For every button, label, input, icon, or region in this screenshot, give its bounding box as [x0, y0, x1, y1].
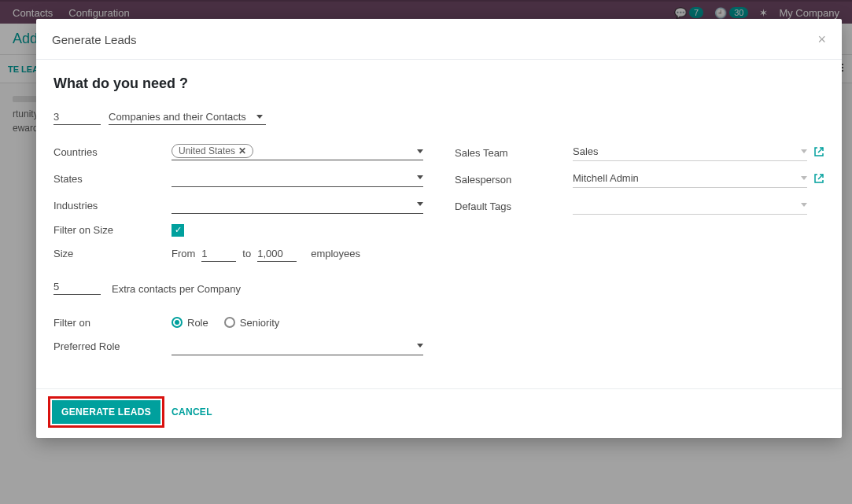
filter-on-seniority-radio[interactable]: Seniority: [224, 317, 280, 329]
modal-body: What do you need ? Companies and their C…: [36, 60, 842, 388]
size-to-input[interactable]: [257, 246, 297, 262]
label-sales-team: Sales Team: [455, 147, 573, 159]
label-states: States: [53, 173, 172, 185]
radio-seniority-label: Seniority: [240, 317, 280, 329]
close-icon[interactable]: ×: [817, 31, 826, 48]
chevron-down-icon: [256, 115, 263, 119]
filter-on-role-radio[interactable]: Role: [172, 317, 208, 329]
country-tag-us[interactable]: United States ✕: [172, 144, 253, 158]
modal-footer: GENERATE LEADS CANCEL: [36, 388, 842, 438]
label-from: From: [172, 248, 195, 259]
external-link-icon[interactable]: [813, 146, 824, 160]
radio-checked-icon: [172, 317, 183, 328]
chevron-down-icon: [801, 176, 807, 180]
chevron-down-icon: [801, 203, 807, 207]
label-preferred-role: Preferred Role: [53, 340, 172, 352]
generate-leads-button[interactable]: GENERATE LEADS: [52, 400, 160, 424]
label-salesperson: Salesperson: [455, 174, 573, 186]
external-link-icon[interactable]: [813, 173, 824, 186]
preferred-role-input[interactable]: [172, 338, 423, 355]
sales-team-value: Sales: [573, 145, 599, 157]
radio-unchecked-icon: [224, 317, 235, 328]
states-input[interactable]: [172, 170, 423, 187]
sales-team-select[interactable]: Sales: [573, 144, 807, 161]
label-filter-on: Filter on: [53, 317, 172, 329]
chevron-down-icon: [417, 175, 423, 179]
chevron-down-icon: [417, 149, 423, 153]
default-tags-input[interactable]: [573, 197, 807, 215]
extra-contacts-input[interactable]: [53, 279, 101, 295]
countries-input[interactable]: United States ✕: [172, 144, 423, 160]
radio-role-label: Role: [187, 317, 208, 329]
label-filter-size: Filter on Size: [53, 224, 172, 236]
search-type-value: Companies and their Contacts: [109, 111, 246, 123]
remove-tag-icon[interactable]: ✕: [238, 145, 246, 156]
salesperson-value: Mitchell Admin: [573, 172, 639, 184]
salesperson-select[interactable]: Mitchell Admin: [573, 171, 807, 188]
industries-input[interactable]: [172, 197, 423, 214]
country-tag-label: United States: [179, 145, 235, 156]
modal-heading: What do you need ?: [53, 75, 824, 92]
filter-size-checkbox[interactable]: ✓: [172, 224, 184, 237]
label-extra-contacts: Extra contacts per Company: [112, 283, 241, 295]
lead-count-input[interactable]: [53, 109, 101, 125]
chevron-down-icon: [417, 344, 423, 348]
label-size: Size: [53, 248, 172, 259]
generate-leads-modal: Generate Leads × What do you need ? Comp…: [36, 19, 842, 438]
search-type-select[interactable]: Companies and their Contacts: [109, 109, 266, 125]
chevron-down-icon: [801, 149, 807, 153]
label-employees: employees: [311, 248, 360, 259]
size-from-input[interactable]: [201, 246, 236, 262]
chevron-down-icon: [417, 202, 423, 206]
modal-header: Generate Leads ×: [36, 19, 842, 60]
label-industries: Industries: [53, 200, 172, 212]
label-default-tags: Default Tags: [455, 200, 573, 212]
modal-title: Generate Leads: [52, 33, 137, 46]
label-countries: Countries: [53, 146, 172, 158]
label-to: to: [242, 248, 251, 259]
cancel-button[interactable]: CANCEL: [172, 407, 212, 418]
